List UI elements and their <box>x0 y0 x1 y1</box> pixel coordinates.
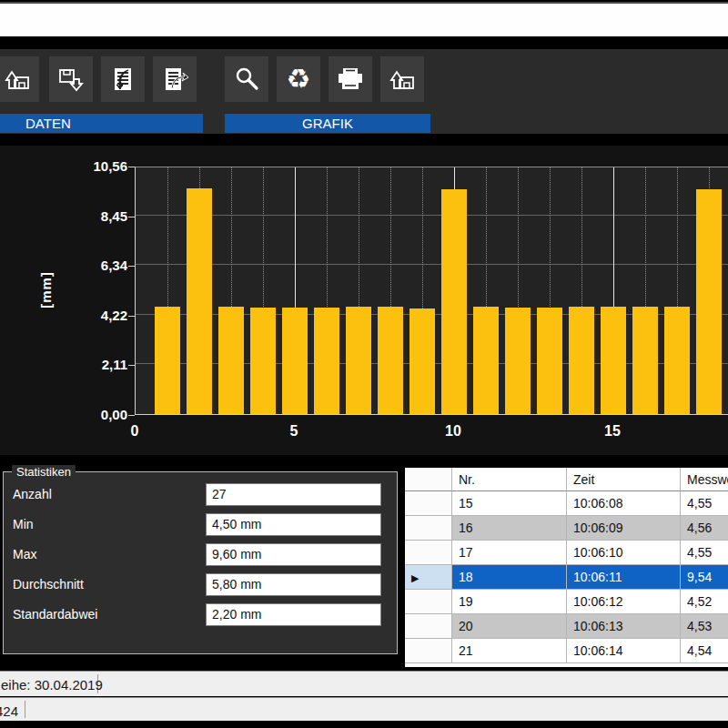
table-cell[interactable]: 10:06:13 <box>567 614 681 639</box>
measurement-bar[interactable] <box>282 308 308 414</box>
y-tick-mark <box>128 415 135 416</box>
measurement-bar[interactable] <box>696 189 722 414</box>
bottom-section: Statistiken Anzahl27Min4,50 mmMax9,60 mm… <box>0 460 728 671</box>
status-bar-1: eihe: 30.04.2019 <box>0 671 728 696</box>
measurement-bar[interactable] <box>378 307 403 414</box>
measurement-bar[interactable] <box>473 307 499 414</box>
table-cell[interactable]: 21 <box>452 639 567 663</box>
measurement-bar[interactable] <box>505 308 531 414</box>
table-cell[interactable]: 18 <box>452 565 567 590</box>
measurement-bar[interactable] <box>410 308 435 414</box>
stat-value-field[interactable]: 2,20 mm <box>206 603 381 626</box>
column-header[interactable]: Zeit <box>567 468 681 491</box>
document-export-icon <box>160 65 189 94</box>
measurement-bar[interactable] <box>537 308 562 414</box>
table-cell[interactable]: 10:06:11 <box>567 565 681 590</box>
row-header-cell[interactable] <box>405 541 452 565</box>
y-tick-label: 6,34 <box>73 258 127 273</box>
stat-value-field[interactable]: 9,60 mm <box>206 543 381 566</box>
stat-value-field[interactable]: 27 <box>206 483 381 506</box>
measurements-table[interactable]: Nr.ZeitMesswe1510:06:084,551610:06:094,5… <box>405 468 728 667</box>
table-cell[interactable]: 10:06:10 <box>567 541 681 565</box>
measurement-bar[interactable] <box>187 188 212 414</box>
measurement-bar[interactable] <box>250 308 276 414</box>
column-header[interactable]: Nr. <box>452 468 567 491</box>
y-tick-label: 2,11 <box>73 357 127 372</box>
stat-label: Durchschnitt <box>13 577 84 592</box>
table-row[interactable]: 1710:06:104,55 <box>405 541 728 565</box>
printer-icon <box>335 65 366 94</box>
table-row[interactable]: 1510:06:084,55 <box>405 491 728 516</box>
toolbar-group-daten[interactable]: DATEN <box>0 114 203 133</box>
y-tick-label: 0,00 <box>73 407 127 422</box>
h-gridline <box>136 264 728 265</box>
status-device-id: 424 <box>0 701 25 718</box>
toolbar-group-grafik[interactable]: GRAFIK <box>225 114 430 133</box>
column-header[interactable]: Messwe <box>681 468 728 491</box>
zoom-button[interactable] <box>225 56 268 102</box>
table-cell[interactable]: 15 <box>452 491 567 516</box>
measurement-bar[interactable] <box>441 189 467 414</box>
floppy-arrow-up-icon <box>3 65 32 94</box>
row-header-cell[interactable] <box>405 516 452 541</box>
table-cell[interactable]: 4,55 <box>681 491 728 516</box>
status-bar-2: 424 <box>0 697 728 721</box>
row-header-cell[interactable] <box>405 590 452 614</box>
x-tick-label: 0 <box>116 423 153 440</box>
stat-label: Anzahl <box>13 487 52 501</box>
measurement-bar[interactable] <box>632 307 658 414</box>
table-row[interactable]: 1610:06:094,56 <box>405 516 728 541</box>
statistics-groupbox: Statistiken Anzahl27Min4,50 mmMax9,60 mm… <box>3 471 398 654</box>
row-header-cell[interactable] <box>405 491 452 516</box>
table-cell[interactable]: 20 <box>452 614 567 639</box>
x-tick-label: 15 <box>594 423 631 440</box>
save-data-button[interactable] <box>49 56 93 102</box>
table-cell[interactable]: 10:06:09 <box>567 516 681 541</box>
export-data-button[interactable] <box>153 56 197 102</box>
measurement-bar[interactable] <box>218 307 244 414</box>
table-cell[interactable]: 4,55 <box>681 541 728 565</box>
table-cell[interactable]: 10:06:08 <box>567 491 681 516</box>
measurement-bar[interactable] <box>155 307 180 414</box>
table-cell[interactable]: 19 <box>452 590 567 614</box>
table-row[interactable]: 1910:06:124,52 <box>405 590 728 614</box>
toolbar: ♻ DATEN GRAFIK <box>0 49 728 134</box>
print-button[interactable] <box>329 56 372 102</box>
row-header-cell[interactable]: ▶ <box>405 565 452 590</box>
floppy-arrow-up-icon <box>388 65 417 94</box>
refresh-button[interactable]: ♻ <box>277 56 320 102</box>
chart-plot[interactable] <box>135 167 728 415</box>
table-cell[interactable]: 16 <box>452 516 567 541</box>
table-cell[interactable]: 17 <box>452 541 567 565</box>
load-data-button[interactable] <box>0 56 39 102</box>
row-header-cell[interactable] <box>405 639 452 663</box>
table-row[interactable]: 2110:06:144,54 <box>405 639 728 663</box>
stat-value-field[interactable]: 4,50 mm <box>206 513 381 536</box>
x-tick-label: 10 <box>435 423 471 440</box>
measurement-bar[interactable] <box>346 307 371 414</box>
table-cell[interactable]: 10:06:12 <box>567 590 681 614</box>
h-gridline <box>136 215 728 216</box>
save-graphic-button[interactable] <box>380 56 424 102</box>
table-cell[interactable]: 10:06:14 <box>567 639 681 663</box>
row-header-cell[interactable] <box>405 614 452 639</box>
stat-label: Min <box>13 517 34 531</box>
table-cell[interactable]: 4,52 <box>681 590 728 614</box>
measurement-bar[interactable] <box>664 307 690 414</box>
measurement-bar[interactable] <box>314 308 339 414</box>
table-row[interactable]: 2010:06:134,53 <box>405 614 728 639</box>
table-cell[interactable]: 4,53 <box>681 614 728 639</box>
y-tick-mark <box>128 266 135 267</box>
table-cell[interactable]: 4,54 <box>681 639 728 663</box>
measurement-bar[interactable] <box>601 307 626 414</box>
table-cell[interactable]: 9,54 <box>681 565 728 590</box>
measurement-bar[interactable] <box>569 307 594 414</box>
table-row[interactable]: ▶1810:06:119,54 <box>405 565 728 590</box>
import-data-button[interactable] <box>101 56 145 102</box>
table-header-row: Nr.ZeitMesswe <box>405 468 728 491</box>
y-tick-mark <box>128 365 135 366</box>
stat-value-field[interactable]: 5,80 mm <box>206 573 381 596</box>
status-series-date: eihe: 30.04.2019 <box>0 674 98 693</box>
stat-label: Standardabwei <box>13 607 97 622</box>
table-cell[interactable]: 4,56 <box>681 516 728 541</box>
